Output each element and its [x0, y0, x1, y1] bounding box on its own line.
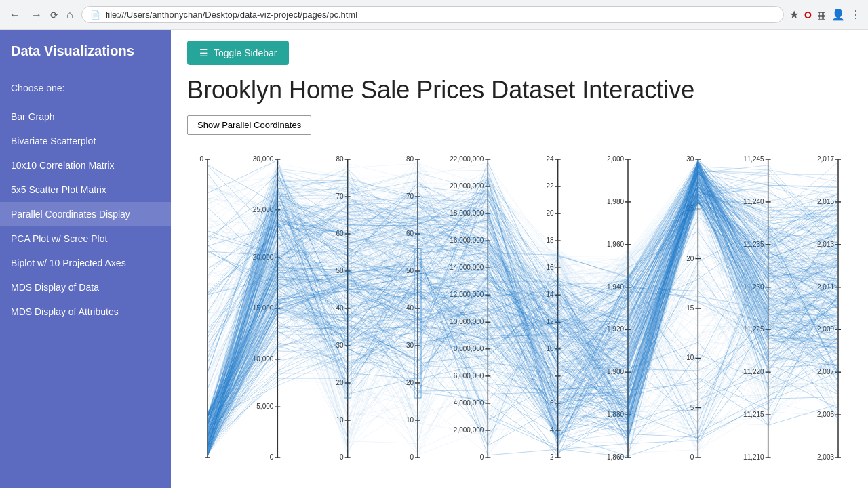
- toggle-sidebar-button[interactable]: ☰ Toggle Sidebar: [187, 41, 289, 65]
- opera-icon[interactable]: O: [804, 9, 812, 20]
- sidebar-item-mds-data[interactable]: MDS Display of Data: [0, 275, 171, 300]
- sidebar-choose-label: Choose one:: [0, 73, 171, 99]
- menu-icon[interactable]: ⋮: [850, 8, 861, 21]
- sidebar-item-bar-graph[interactable]: Bar Graph: [0, 104, 171, 129]
- url-text: file:///Users/anthonychan/Desktop/data-v…: [106, 9, 775, 20]
- sidebar-item-parallel-coordinates[interactable]: Parallel Coordinates Display: [0, 202, 171, 226]
- main-container: Data Visualizations Choose one: Bar Grap…: [0, 30, 868, 488]
- content-area: ☰ Toggle Sidebar Brooklyn Home Sale Pric…: [171, 30, 868, 488]
- file-icon: 📄: [90, 10, 100, 20]
- chart-canvas: [187, 146, 852, 478]
- browser-icons: ★ O ▦ 👤 ⋮: [789, 8, 861, 21]
- sidebar-item-correlation-matrix[interactable]: 10x10 Correlation Matrix: [0, 153, 171, 178]
- extension-icon[interactable]: ▦: [817, 9, 826, 20]
- parallel-coordinates-chart: [187, 146, 852, 478]
- sidebar-title: Data Visualizations: [0, 30, 171, 73]
- sidebar: Data Visualizations Choose one: Bar Grap…: [0, 30, 171, 488]
- page-title: Brooklyn Home Sale Prices Dataset Intera…: [187, 76, 852, 104]
- browser-bar: ← → ⟳ ⌂ 📄 file:///Users/anthonychan/Desk…: [0, 0, 868, 30]
- bookmark-icon[interactable]: ★: [789, 8, 799, 21]
- address-bar[interactable]: 📄 file:///Users/anthonychan/Desktop/data…: [81, 6, 784, 23]
- sidebar-item-pca-plot[interactable]: PCA Plot w/ Scree Plot: [0, 226, 171, 251]
- home-button[interactable]: ⌂: [64, 7, 76, 22]
- show-parallel-coordinates-button[interactable]: Show Parallel Coordinates: [187, 115, 311, 135]
- forward-button[interactable]: →: [28, 7, 45, 22]
- sidebar-item-scatter-plot-matrix[interactable]: 5x5 Scatter Plot Matrix: [0, 178, 171, 202]
- sidebar-item-biplot[interactable]: Biplot w/ 10 Projected Axes: [0, 251, 171, 275]
- sidebar-item-bivariate-scatterplot[interactable]: Bivariate Scatterplot: [0, 129, 171, 153]
- sidebar-nav: Bar Graph Bivariate Scatterplot 10x10 Co…: [0, 99, 171, 329]
- back-button[interactable]: ←: [7, 7, 23, 22]
- reload-button[interactable]: ⟳: [50, 9, 58, 20]
- sidebar-item-mds-attributes[interactable]: MDS Display of Attributes: [0, 300, 171, 324]
- toggle-sidebar-label: Toggle Sidebar: [214, 47, 277, 58]
- hamburger-icon: ☰: [199, 47, 208, 58]
- profile-icon[interactable]: 👤: [831, 8, 845, 21]
